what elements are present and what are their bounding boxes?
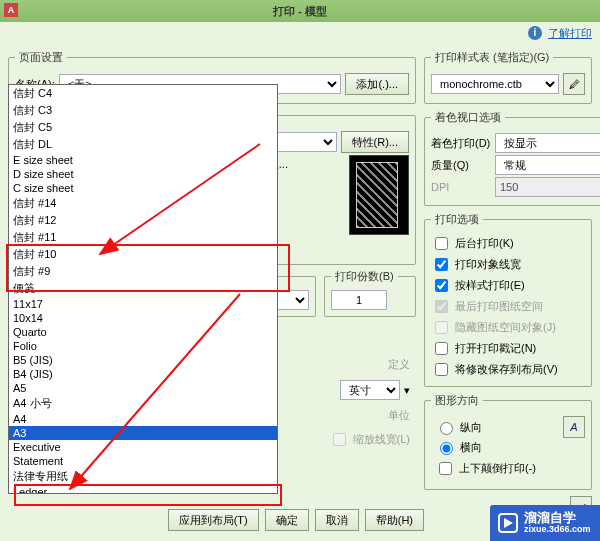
unit-label: 单位 (388, 408, 410, 423)
copies-legend: 打印份数(B) (331, 269, 398, 284)
watermark-site: zixue.3d66.com (524, 525, 591, 535)
paper-option[interactable]: Quarto (9, 325, 277, 339)
style-table-legend: 打印样式表 (笔指定)(G) (431, 50, 553, 65)
paper-option[interactable]: 信封 C5 (9, 119, 277, 136)
save-layout-label: 将修改保存到布局(V) (455, 362, 558, 377)
paper-option[interactable]: A5 (9, 381, 277, 395)
print-options-legend: 打印选项 (431, 212, 483, 227)
paper-option[interactable]: B5 (JIS) (9, 353, 277, 367)
paper-option[interactable]: 信封 DL (9, 136, 277, 153)
title-bar: A 打印 - 模型 (0, 0, 600, 22)
paper-option[interactable]: E size sheet (9, 153, 277, 167)
window-title: 打印 - 模型 (273, 4, 327, 19)
play-icon (498, 513, 518, 533)
header-links: i 了解打印 (0, 22, 600, 44)
landscape-radio[interactable] (440, 442, 453, 455)
paper-option[interactable]: 11x17 (9, 297, 277, 311)
save-layout-checkbox[interactable] (435, 363, 448, 376)
custom-scale-label: 定义 (388, 357, 410, 372)
watermark-badge: 溜溜自学 zixue.3d66.com (490, 505, 600, 541)
quality-label: 质量(Q) (431, 158, 491, 173)
printer-props-button[interactable]: 特性(R)... (341, 131, 409, 153)
paper-option[interactable]: 信封 #14 (9, 195, 277, 212)
stamp-label: 打开打印戳记(N) (455, 341, 536, 356)
paper-option[interactable]: Executive (9, 440, 277, 454)
watermark-brand: 溜溜自学 (524, 511, 591, 525)
paper-last-label: 最后打印图纸空间 (455, 299, 543, 314)
upside-checkbox[interactable] (439, 462, 452, 475)
copies-input[interactable] (331, 290, 387, 310)
orientation-a-icon: A (563, 416, 585, 438)
orientation-legend: 图形方向 (431, 393, 483, 408)
style-table-edit-icon[interactable]: 🖉 (563, 73, 585, 95)
paper-option[interactable]: Ledger (9, 485, 277, 494)
paper-option[interactable]: 10x14 (9, 311, 277, 325)
paper-option[interactable]: 信封 C4 (9, 85, 277, 102)
ok-button[interactable]: 确定 (265, 509, 309, 531)
equals-icon: ▾ (404, 384, 410, 397)
style-print-label: 按样式打印(E) (455, 278, 525, 293)
bg-print-label: 后台打印(K) (455, 236, 514, 251)
paper-option[interactable]: B4 (JIS) (9, 367, 277, 381)
quality-select[interactable]: 常规 (495, 155, 600, 175)
paper-option[interactable]: A4 小号 (9, 395, 277, 412)
learn-print-link[interactable]: 了解打印 (548, 26, 592, 41)
add-page-button[interactable]: 添加(.)... (345, 73, 409, 95)
print-options-group: 打印选项 后台打印(K) 打印对象线宽 按样式打印(E) 最后打印图纸空间 隐藏… (424, 212, 592, 387)
info-icon[interactable]: i (528, 26, 542, 40)
landscape-label: 横向 (460, 440, 482, 455)
paper-option[interactable]: 信封 #10 (9, 246, 277, 263)
portrait-label: 纵向 (460, 420, 482, 435)
portrait-radio[interactable] (440, 422, 453, 435)
copies-group: 打印份数(B) (324, 269, 416, 317)
paper-size-dropdown-list[interactable]: 信封 C4信封 C3信封 C5信封 DLE size sheetD size s… (8, 84, 278, 494)
apply-layout-button[interactable]: 应用到布局(T) (168, 509, 259, 531)
paper-option[interactable]: A4 (9, 412, 277, 426)
paper-option[interactable]: D size sheet (9, 167, 277, 181)
shade-viewport-legend: 着色视口选项 (431, 110, 505, 125)
shade-print-label: 着色打印(D) (431, 136, 491, 151)
lineweight-checkbox[interactable] (435, 258, 448, 271)
paper-preview-thumb (349, 155, 409, 235)
style-table-group: 打印样式表 (笔指定)(G) monochrome.ctb 🖉 (424, 50, 592, 104)
paper-last-checkbox (435, 300, 448, 313)
dpi-label: DPI (431, 181, 491, 193)
hide-paper-checkbox (435, 321, 448, 334)
style-table-select[interactable]: monochrome.ctb (431, 74, 559, 94)
paper-option[interactable]: 信封 #9 (9, 263, 277, 280)
paper-option[interactable]: A3 (9, 426, 277, 440)
unit-select[interactable]: 英寸 (340, 380, 400, 400)
scale-lineweight-checkbox (333, 433, 346, 446)
paper-option[interactable]: 信封 C3 (9, 102, 277, 119)
app-icon: A (4, 3, 18, 17)
paper-option[interactable]: 信封 #12 (9, 212, 277, 229)
scale-lineweight-label: 缩放线宽(L) (353, 432, 410, 447)
cancel-button[interactable]: 取消 (315, 509, 359, 531)
paper-option[interactable]: Folio (9, 339, 277, 353)
help-button[interactable]: 帮助(H) (365, 509, 424, 531)
lineweight-label: 打印对象线宽 (455, 257, 521, 272)
page-setup-legend: 页面设置 (15, 50, 67, 65)
dpi-input (495, 177, 600, 197)
paper-option[interactable]: Statement (9, 454, 277, 468)
orientation-group: 图形方向 纵向 横向 上下颠倒打印(-) A (424, 393, 592, 490)
shade-viewport-group: 着色视口选项 着色打印(D)按显示 质量(Q)常规 DPI (424, 110, 600, 206)
bg-print-checkbox[interactable] (435, 237, 448, 250)
style-print-checkbox[interactable] (435, 279, 448, 292)
paper-option[interactable]: 便笺 (9, 280, 277, 297)
hide-paper-label: 隐藏图纸空间对象(J) (455, 320, 556, 335)
upside-label: 上下颠倒打印(-) (459, 461, 536, 476)
stamp-checkbox[interactable] (435, 342, 448, 355)
paper-option[interactable]: 信封 #11 (9, 229, 277, 246)
paper-option[interactable]: C size sheet (9, 181, 277, 195)
shade-print-select[interactable]: 按显示 (495, 133, 600, 153)
paper-option[interactable]: 法律专用纸 (9, 468, 277, 485)
